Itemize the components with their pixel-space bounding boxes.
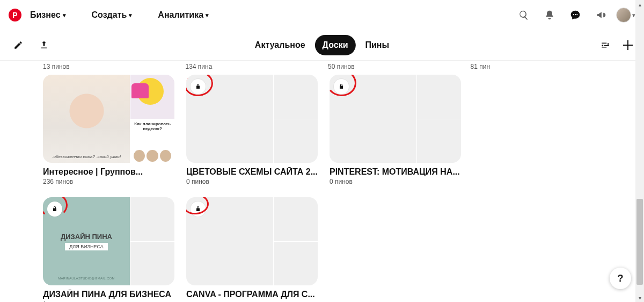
- cover-card-title: ДИЗАЙН ПИНА: [61, 233, 112, 241]
- cover-thumb: [274, 242, 318, 286]
- tab-relevant[interactable]: Актуальное: [247, 35, 313, 55]
- lock-icon: [191, 79, 206, 94]
- tab-pins[interactable]: Пины: [357, 35, 397, 55]
- nav-analytics-label: Аналитика: [158, 10, 203, 20]
- board-title: PINTEREST: МОТИВАЦИЯ НА...: [330, 167, 461, 177]
- board-card[interactable]: ЦВЕТОВЫЕ СХЕМЫ САЙТА 2... 0 пинов: [186, 75, 318, 185]
- edit-icon[interactable]: [12, 39, 25, 52]
- board-pin-count: 0 пинов: [330, 178, 461, 185]
- cover-thumb: [417, 119, 461, 163]
- filter-icon[interactable]: [599, 39, 612, 52]
- board-card[interactable]: PINTEREST: МОТИВАЦИЯ НА... 0 пинов: [330, 75, 461, 185]
- lock-icon: [191, 202, 206, 217]
- megaphone-icon[interactable]: [590, 4, 612, 26]
- board-title: CANVA - ПРОГРАММА ДЛЯ С...: [186, 290, 318, 299]
- board-card[interactable]: CANVA - ПРОГРАММА ДЛЯ С...: [186, 197, 318, 302]
- pinterest-logo[interactable]: P: [9, 9, 21, 21]
- profile-tabs: Актуальное Доски Пины: [247, 35, 397, 55]
- board-title: ДИЗАЙН ПИНА ДЛЯ БИЗНЕСА: [43, 290, 174, 299]
- cover-thumb: Как планировать неделю?: [130, 119, 174, 163]
- tab-relevant-label: Актуальное: [255, 40, 305, 49]
- count-cell: 81 пин: [471, 63, 602, 70]
- bell-icon[interactable]: [539, 4, 560, 26]
- cover-thumb: [130, 75, 174, 119]
- board-pin-count: 0 пинов: [186, 178, 318, 185]
- cover-thumb: [274, 197, 318, 241]
- count-cell: 50 пинов: [328, 63, 459, 70]
- avatar: [616, 8, 631, 23]
- board-title: ЦВЕТОВЫЕ СХЕМЫ САЙТА 2...: [186, 167, 318, 177]
- board-cover: [186, 197, 318, 285]
- board-card[interactable]: -обезвоженная кожа? -какой ужас! Как пла…: [43, 75, 174, 185]
- logo-letter: P: [12, 11, 17, 19]
- board-cover: -обезвоженная кожа? -какой ужас! Как пла…: [43, 75, 174, 163]
- svg-point-1: [575, 14, 576, 15]
- account-menu[interactable]: ▾: [616, 8, 635, 23]
- nav-create[interactable]: Создать ▾: [87, 6, 137, 24]
- profile-toolbar: Актуальное Доски Пины: [0, 30, 644, 60]
- nav-analytics[interactable]: Аналитика ▾: [153, 6, 213, 24]
- scroll-down-icon[interactable]: ▾: [635, 293, 644, 302]
- help-button[interactable]: ?: [610, 268, 631, 289]
- lock-icon: [334, 79, 349, 94]
- cover-thumb-text: Как планировать неделю?: [133, 121, 172, 131]
- tab-boards-label: Доски: [323, 40, 348, 49]
- scrollbar[interactable]: ▴ ▾: [635, 0, 644, 302]
- svg-point-2: [576, 14, 577, 15]
- search-icon[interactable]: [513, 4, 535, 26]
- top-nav: P Бизнес ▾ Создать ▾ Аналитика ▾ ▾: [0, 0, 644, 30]
- svg-point-0: [573, 14, 574, 15]
- cover-thumb: [417, 75, 461, 119]
- cover-thumb: [274, 75, 318, 119]
- scroll-thumb[interactable]: [636, 199, 643, 285]
- board-grid: -обезвоженная кожа? -какой ужас! Как пла…: [43, 75, 601, 302]
- cover-thumb: [130, 242, 174, 286]
- cover-thumb: [274, 119, 318, 163]
- tab-boards[interactable]: Доски: [315, 35, 356, 55]
- tab-pins-label: Пины: [365, 40, 389, 49]
- nav-create-label: Создать: [92, 10, 127, 20]
- cover-card-sub: ДЛЯ БИЗНЕСА: [65, 243, 108, 250]
- lock-icon: [47, 202, 62, 217]
- board-title: Интересное | Группов...: [43, 167, 174, 177]
- cover-thumb: [130, 197, 174, 241]
- cover-caption: -обезвоженная кожа? -какой ужас!: [46, 154, 127, 160]
- chevron-down-icon: ▾: [63, 12, 66, 19]
- board-pin-count: 236 пинов: [43, 178, 174, 185]
- chat-icon[interactable]: [565, 4, 586, 26]
- nav-business[interactable]: Бизнес ▾: [26, 6, 70, 24]
- add-icon[interactable]: [620, 38, 635, 53]
- board-card[interactable]: ДИЗАЙН ПИНА ДЛЯ БИЗНЕСА MARINAULASTUDIO@…: [43, 197, 174, 302]
- count-cell: 13 пинов: [43, 63, 174, 70]
- previous-row-counts: 13 пинов 134 пина 50 пинов 81 пин: [43, 61, 601, 75]
- share-icon[interactable]: [38, 39, 50, 52]
- chevron-down-icon: ▾: [206, 12, 209, 19]
- board-cover: ДИЗАЙН ПИНА ДЛЯ БИЗНЕСА MARINAULASTUDIO@…: [43, 197, 174, 285]
- cover-card-brand: MARINAULASTUDIO@GMAIL.COM: [58, 277, 115, 280]
- board-cover: [330, 75, 461, 163]
- cover-main: -обезвоженная кожа? -какой ужас!: [43, 75, 130, 163]
- content-area: 13 пинов 134 пина 50 пинов 81 пин -обезв…: [0, 61, 644, 302]
- scroll-up-icon[interactable]: ▴: [635, 0, 644, 9]
- board-cover: [186, 75, 318, 163]
- nav-business-label: Бизнес: [30, 10, 61, 20]
- chevron-down-icon: ▾: [129, 12, 132, 19]
- help-label: ?: [618, 273, 624, 284]
- count-cell: 134 пина: [186, 63, 317, 70]
